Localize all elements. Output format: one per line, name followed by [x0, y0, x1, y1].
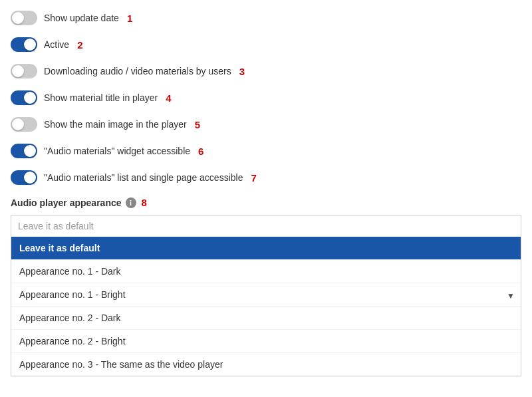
toggle-thumb-audio-list-accessible	[24, 172, 36, 184]
setting-label-audio-list-accessible: "Audio materials" list and single page a…	[44, 172, 243, 183]
step-num-show-update-date: 1	[127, 13, 132, 24]
dropdown-item-0[interactable]: Leave it as default	[11, 237, 521, 260]
setting-label-show-update-date: Show update date	[44, 13, 119, 23]
toggle-downloading-audio-video[interactable]	[11, 64, 37, 78]
appearance-info-icon[interactable]: i	[126, 198, 136, 208]
toggle-thumb-show-main-image	[12, 118, 24, 130]
step-num-show-material-title: 4	[166, 92, 171, 104]
setting-label-audio-widget-accessible: "Audio materials" widget accessible	[44, 146, 190, 156]
setting-row-downloading-audio-video: Downloading audio / video materials by u…	[11, 64, 521, 78]
step-num-audio-widget-accessible: 6	[198, 146, 203, 157]
toggle-thumb-show-material-title	[24, 92, 36, 104]
toggle-active[interactable]	[11, 37, 37, 52]
step-num-show-main-image: 5	[195, 119, 200, 130]
toggle-track-show-main-image	[11, 117, 37, 132]
toggle-show-main-image[interactable]	[11, 117, 37, 132]
dropdown-list: Leave it as defaultAppearance no. 1 - Da…	[11, 237, 521, 376]
step-num-downloading-audio-video: 3	[239, 66, 245, 77]
setting-row-show-update-date: Show update date1	[11, 11, 521, 25]
toggle-thumb-active	[24, 39, 36, 51]
appearance-title-row: Audio player appearance i 8	[11, 197, 521, 208]
toggle-thumb-show-update-date	[12, 12, 24, 24]
setting-row-show-material-title: Show material title in player4	[11, 90, 521, 105]
dropdown-item-4[interactable]: Appearance no. 2 - Bright	[11, 330, 521, 353]
toggle-show-material-title[interactable]	[11, 90, 37, 105]
toggle-audio-widget-accessible[interactable]	[11, 144, 37, 158]
dropdown-item-2[interactable]: Appearance no. 1 - Bright	[11, 283, 521, 307]
appearance-section: Audio player appearance i 8 Leave it as …	[11, 197, 521, 376]
dropdown-wrapper[interactable]: Leave it as default ▼ Leave it as defaul…	[11, 215, 521, 376]
toggle-thumb-audio-widget-accessible	[24, 145, 36, 157]
toggle-track-downloading-audio-video	[11, 64, 37, 78]
appearance-title-text: Audio player appearance	[11, 198, 122, 208]
setting-label-show-main-image: Show the main image in the player	[44, 119, 187, 130]
setting-label-downloading-audio-video: Downloading audio / video materials by u…	[44, 66, 231, 76]
toggle-show-update-date[interactable]	[11, 11, 37, 25]
setting-label-active: Active	[44, 39, 69, 50]
setting-row-audio-list-accessible: "Audio materials" list and single page a…	[11, 170, 521, 185]
setting-row-active: Active2	[11, 37, 521, 52]
appearance-step: 8	[142, 197, 147, 208]
toggle-track-audio-widget-accessible	[11, 144, 37, 158]
dropdown-item-1[interactable]: Appearance no. 1 - Dark	[11, 260, 521, 283]
dropdown-item-5[interactable]: Appearance no. 3 - The same as the video…	[11, 353, 521, 376]
toggle-track-active	[11, 37, 37, 52]
toggle-track-show-update-date	[11, 11, 37, 25]
step-num-audio-list-accessible: 7	[251, 172, 256, 184]
toggle-track-show-material-title	[11, 90, 37, 105]
toggle-audio-list-accessible[interactable]	[11, 170, 37, 185]
setting-label-show-material-title: Show material title in player	[44, 92, 158, 103]
dropdown-item-3[interactable]: Appearance no. 2 - Dark	[11, 307, 521, 330]
toggle-track-audio-list-accessible	[11, 170, 37, 185]
setting-row-show-main-image: Show the main image in the player5	[11, 117, 521, 132]
toggle-thumb-downloading-audio-video	[12, 65, 24, 77]
setting-row-audio-widget-accessible: "Audio materials" widget accessible6	[11, 144, 521, 158]
dropdown-selected-display[interactable]: Leave it as default	[11, 215, 521, 237]
step-num-active: 2	[77, 39, 82, 51]
